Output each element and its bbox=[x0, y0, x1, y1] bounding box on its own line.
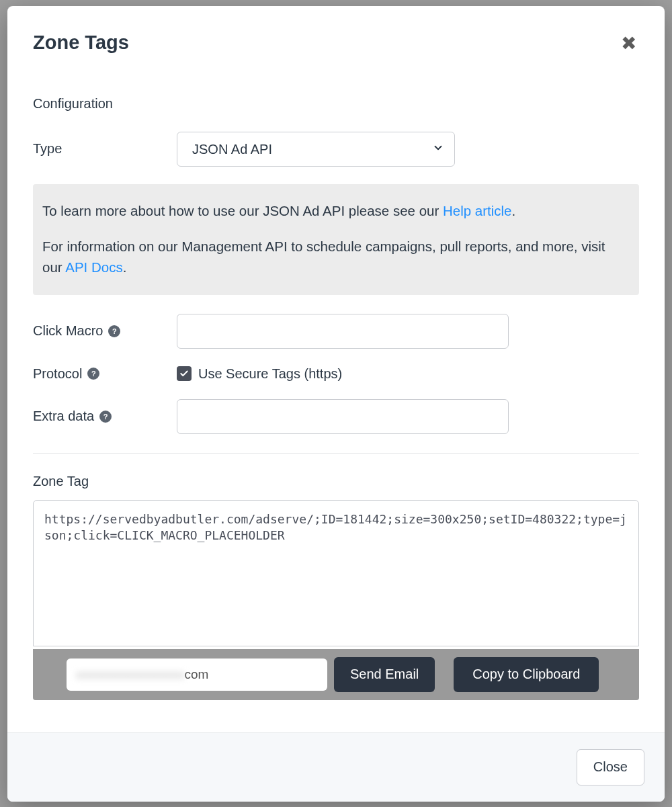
info-text: . bbox=[123, 259, 127, 275]
secure-tags-checkbox[interactable] bbox=[177, 366, 192, 381]
info-text: To learn more about how to use our JSON … bbox=[42, 203, 443, 218]
email-input[interactable]: xxxxxxxxxxxxxxxxxcom bbox=[67, 659, 327, 691]
send-email-button[interactable]: Send Email bbox=[334, 657, 435, 692]
email-redacted: xxxxxxxxxxxxxxxxx bbox=[76, 667, 185, 682]
click-macro-label: Click Macro ? bbox=[33, 323, 177, 339]
zone-tag-code[interactable] bbox=[33, 500, 639, 646]
info-text: For information on our Management API to… bbox=[42, 239, 605, 275]
label-text: Extra data bbox=[33, 409, 94, 424]
close-icon[interactable]: ✖ bbox=[618, 32, 639, 56]
help-article-link[interactable]: Help article bbox=[443, 203, 512, 218]
type-row: Type JSON Ad API bbox=[33, 132, 639, 167]
close-button[interactable]: Close bbox=[577, 749, 644, 785]
extra-data-row: Extra data ? bbox=[33, 399, 639, 434]
help-icon[interactable]: ? bbox=[87, 368, 99, 380]
type-select-wrap: JSON Ad API bbox=[177, 132, 455, 167]
api-docs-link[interactable]: API Docs bbox=[65, 259, 122, 275]
info-box: To learn more about how to use our JSON … bbox=[33, 184, 639, 295]
info-line-2: For information on our Management API to… bbox=[42, 236, 623, 278]
email-suffix: com bbox=[185, 667, 209, 682]
modal-title: Zone Tags bbox=[33, 32, 129, 54]
modal-footer: Close bbox=[7, 732, 665, 802]
modal-body: Configuration Type JSON Ad API To learn … bbox=[7, 56, 665, 732]
configuration-heading: Configuration bbox=[33, 96, 639, 112]
help-icon[interactable]: ? bbox=[99, 411, 112, 423]
info-line-1: To learn more about how to use our JSON … bbox=[42, 200, 623, 221]
secure-tags-label: Use Secure Tags (https) bbox=[198, 366, 342, 382]
type-select[interactable]: JSON Ad API bbox=[177, 132, 455, 167]
zone-tag-label: Zone Tag bbox=[33, 474, 639, 489]
extra-data-input[interactable] bbox=[177, 399, 509, 434]
protocol-row: Protocol ? Use Secure Tags (https) bbox=[33, 366, 639, 382]
secure-tags-checkbox-row: Use Secure Tags (https) bbox=[177, 366, 342, 382]
click-macro-row: Click Macro ? bbox=[33, 314, 639, 349]
click-macro-input[interactable] bbox=[177, 314, 509, 349]
label-text: Protocol bbox=[33, 366, 82, 382]
copy-to-clipboard-button[interactable]: Copy to Clipboard bbox=[454, 657, 599, 692]
modal-header: Zone Tags ✖ bbox=[7, 6, 665, 56]
help-icon[interactable]: ? bbox=[108, 325, 120, 337]
action-bar: xxxxxxxxxxxxxxxxxcom Send Email Copy to … bbox=[33, 649, 639, 700]
extra-data-label: Extra data ? bbox=[33, 409, 177, 424]
protocol-label: Protocol ? bbox=[33, 366, 177, 382]
zone-tags-modal: Zone Tags ✖ Configuration Type JSON Ad A… bbox=[7, 6, 665, 802]
label-text: Click Macro bbox=[33, 323, 103, 339]
info-text: . bbox=[512, 203, 516, 218]
divider bbox=[33, 453, 639, 454]
type-label: Type bbox=[33, 141, 177, 157]
